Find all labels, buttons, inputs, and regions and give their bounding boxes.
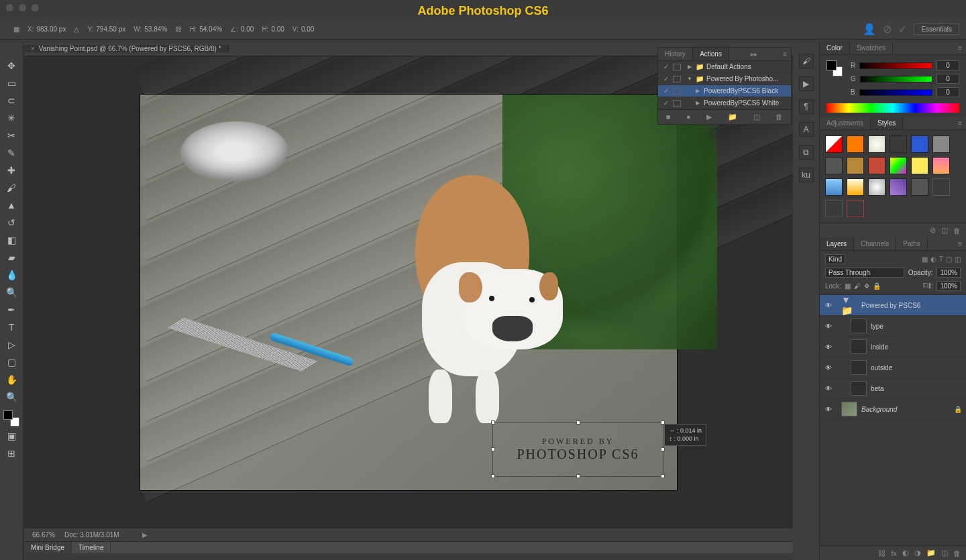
collapse-icon[interactable]: ▸▸: [747, 50, 761, 58]
dodge-tool[interactable]: 🔍: [3, 284, 20, 300]
quick-mask-tool[interactable]: ▣: [3, 428, 20, 444]
style-swatch[interactable]: [932, 157, 950, 174]
style-swatch[interactable]: [825, 200, 843, 217]
style-swatch[interactable]: [890, 135, 907, 153]
action-row[interactable]: ✓▼📁Powered By Photosho...: [658, 73, 791, 85]
styles-new-icon[interactable]: ◫: [941, 226, 948, 235]
dock-char-icon[interactable]: A: [799, 122, 814, 137]
status-play-icon[interactable]: ▶: [142, 531, 148, 539]
hand-tool[interactable]: ✋: [3, 372, 20, 388]
w-value[interactable]: 53.84%: [144, 25, 167, 33]
layer-kind-dropdown[interactable]: Kind: [825, 254, 845, 264]
group-icon[interactable]: 📁: [926, 549, 936, 557]
color-panel-fgbg[interactable]: [826, 60, 843, 76]
pen-tool[interactable]: ✒: [3, 302, 20, 318]
style-swatch[interactable]: [825, 135, 843, 153]
style-swatch[interactable]: [890, 157, 907, 174]
style-swatch[interactable]: [847, 178, 864, 196]
skew-v-value[interactable]: 0.00: [301, 25, 314, 33]
b-input[interactable]: [936, 87, 959, 97]
layer-visibility-icon[interactable]: 👁: [824, 385, 833, 392]
spectrum-strip[interactable]: [826, 103, 959, 113]
magic-wand-tool[interactable]: ✳: [3, 110, 20, 126]
color-tab[interactable]: Color: [820, 42, 850, 54]
workspace-switcher[interactable]: Essentials: [914, 23, 959, 35]
layer-visibility-icon[interactable]: 👁: [824, 406, 833, 413]
mini-bridge-tab[interactable]: Mini Bridge: [24, 542, 72, 553]
fx-icon[interactable]: fx: [891, 549, 897, 557]
cancel-icon[interactable]: ⊘: [883, 23, 892, 36]
layer-row[interactable]: 👁type: [820, 316, 966, 337]
transform-ref-icon[interactable]: ▦: [13, 25, 19, 33]
eyedropper-tool[interactable]: ✎: [3, 145, 20, 161]
lock-all-icon[interactable]: 🔒: [873, 282, 881, 290]
play-icon[interactable]: ▶: [706, 113, 712, 121]
actions-tab[interactable]: Actions: [693, 48, 729, 60]
layers-tab[interactable]: Layers: [820, 237, 854, 250]
move-tool[interactable]: ✥: [3, 58, 20, 74]
style-swatch[interactable]: [890, 178, 907, 196]
fill-input[interactable]: 100%: [936, 281, 961, 291]
style-swatch[interactable]: [911, 135, 928, 153]
opacity-input[interactable]: 100%: [936, 268, 961, 278]
type-tool[interactable]: T: [3, 319, 20, 335]
skew-h-value[interactable]: 0.00: [271, 25, 284, 33]
r-slider[interactable]: [859, 62, 932, 69]
styles-clear-icon[interactable]: ⊘: [930, 226, 936, 235]
style-swatch[interactable]: [847, 157, 864, 174]
zoom-tool[interactable]: 🔍: [3, 389, 20, 405]
path-select-tool[interactable]: ▷: [3, 337, 20, 353]
dock-ku-icon[interactable]: ku: [799, 168, 814, 182]
layer-row[interactable]: 👁inside: [820, 337, 966, 357]
adjustment-layer-icon[interactable]: ◑: [914, 549, 921, 557]
eraser-tool[interactable]: ◧: [3, 232, 20, 248]
r-input[interactable]: [936, 60, 959, 70]
mask-icon[interactable]: ◐: [902, 549, 909, 557]
style-swatch[interactable]: [868, 135, 885, 153]
layer-row[interactable]: 👁outside: [820, 357, 966, 378]
zoom-level[interactable]: 66.67%: [32, 531, 55, 539]
filter-smart-icon[interactable]: ◫: [955, 256, 961, 263]
new-action-icon[interactable]: ◫: [753, 113, 760, 121]
layer-row[interactable]: 👁▼ 📁Powered by PSCS6: [820, 295, 966, 316]
action-row[interactable]: ✓▶PoweredByPSCS6 White: [658, 97, 791, 109]
action-row[interactable]: ✓▶PoweredByPSCS6 Black: [658, 85, 791, 97]
link-icon[interactable]: ⛓: [175, 25, 182, 33]
style-swatch[interactable]: [825, 157, 843, 174]
foreground-color[interactable]: [3, 410, 13, 420]
panel-menu-icon[interactable]: ≡: [779, 50, 791, 58]
paths-tab[interactable]: Paths: [896, 237, 928, 250]
stamp-tool[interactable]: ▲: [3, 197, 20, 213]
dock-clone-icon[interactable]: ⧉: [799, 145, 814, 160]
filter-adj-icon[interactable]: ◐: [930, 256, 936, 263]
layer-visibility-icon[interactable]: 👁: [824, 302, 833, 309]
style-swatch[interactable]: [911, 178, 928, 196]
style-swatch[interactable]: [932, 178, 950, 196]
styles-tab[interactable]: Styles: [871, 117, 903, 129]
history-brush-tool[interactable]: ↺: [3, 215, 20, 231]
new-layer-icon[interactable]: ◫: [941, 549, 948, 557]
channels-tab[interactable]: Channels: [854, 237, 896, 250]
lock-position-icon[interactable]: ✥: [864, 282, 869, 290]
y-value[interactable]: 794.50 px: [96, 25, 125, 33]
document-tab[interactable]: × Vanishing Point.psd @ 66.7% (Powered b…: [24, 45, 229, 52]
timeline-tab[interactable]: Timeline: [72, 542, 111, 553]
style-swatch[interactable]: [847, 135, 864, 153]
layers-menu-icon[interactable]: ≡: [954, 240, 966, 247]
dock-para-icon[interactable]: ¶: [799, 99, 814, 114]
action-row[interactable]: ✓▶📁Default Actions: [658, 61, 791, 73]
layer-visibility-icon[interactable]: 👁: [824, 343, 833, 351]
record-icon[interactable]: ●: [686, 113, 691, 121]
commit-icon[interactable]: ✓: [898, 23, 907, 36]
crop-tool[interactable]: ✂: [3, 127, 20, 144]
brush-tool[interactable]: 🖌: [3, 180, 20, 196]
healing-tool[interactable]: ✚: [3, 162, 20, 178]
close-tab-icon[interactable]: ×: [31, 45, 35, 52]
canvas-viewport[interactable]: POWERED BY PHOTOSHOP CS6 ↔ : 0.014 in↕ :…: [24, 56, 793, 528]
lock-pixels-icon[interactable]: 🖌: [854, 282, 861, 290]
filter-pixel-icon[interactable]: ▦: [922, 256, 928, 263]
h-value[interactable]: 54.04%: [199, 25, 222, 33]
blur-tool[interactable]: 💧: [3, 267, 20, 283]
style-swatch[interactable]: [847, 200, 864, 217]
rectangle-tool[interactable]: ▢: [3, 354, 20, 370]
